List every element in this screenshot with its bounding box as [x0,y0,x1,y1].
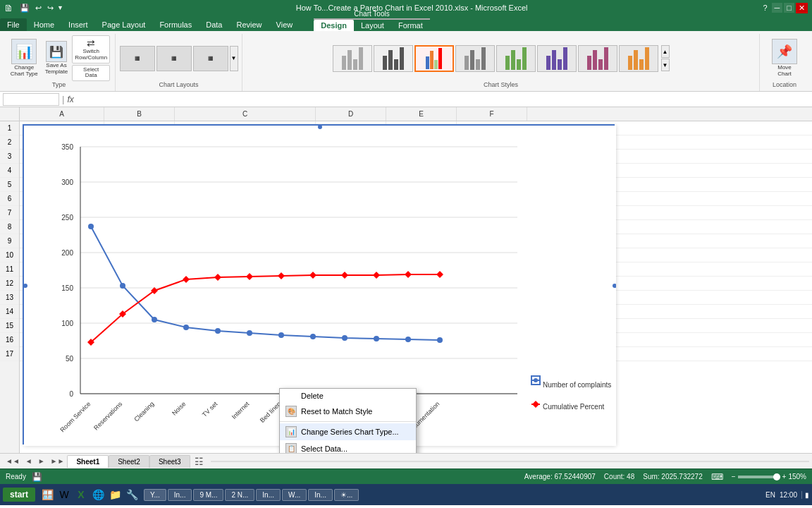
svg-point-38 [310,334,316,339]
tab-formulas[interactable]: Formulas [152,18,199,31]
sheet-tab-sheet2[interactable]: Sheet2 [109,455,149,468]
ribbon-group-chart-styles: ▲ ▼ Chart Styles [242,34,760,91]
taskbar-icon-word[interactable]: W [56,487,72,502]
svg-point-40 [374,336,379,341]
svg-text:0: 0 [69,390,73,398]
taskbar-app-in[interactable]: In... [168,489,192,501]
taskbar-icon-folder[interactable]: 📁 [107,487,123,502]
save-as-template-button[interactable]: 💾 Save AsTemplate [42,40,70,77]
sheet-tab-add[interactable]: ☷ [190,456,208,467]
tab-layout[interactable]: Layout [354,20,391,31]
tab-insert[interactable]: Insert [61,18,95,31]
cm-select-data[interactable]: 📋 Select Data... [280,440,416,453]
svg-point-57 [534,378,538,382]
tab-review[interactable]: Review [229,18,269,31]
tab-home[interactable]: Home [27,18,61,31]
chart-style-1[interactable] [333,45,372,72]
layout-3[interactable]: ▦ [193,46,228,71]
taskbar-app-sun[interactable]: ☀... [334,489,359,501]
sheet-nav-left[interactable]: ◄◄ [3,457,23,465]
sheet-nav-next[interactable]: ► [35,457,48,465]
status-zoom-controls[interactable]: − + 150% [732,473,806,480]
sheet-tab-sheet3[interactable]: Sheet3 [149,455,190,468]
chart-style-3[interactable] [414,45,454,72]
taskbar-icon-ie[interactable]: 🌐 [90,487,106,502]
tab-format[interactable]: Format [391,20,430,31]
zoom-slider[interactable] [738,476,780,478]
sheet-tab-sheet1[interactable]: Sheet1 [67,455,109,468]
taskbar-icon-misc[interactable]: 🔧 [124,487,140,502]
cm-reset-style[interactable]: 🎨 Reset to Match Style [280,403,416,420]
taskbar-app-in3[interactable]: In... [308,489,333,501]
chart-style-6[interactable] [537,45,577,72]
layout-1[interactable]: ▦ [120,46,155,71]
cm-delete[interactable]: Delete [280,389,416,403]
layout-2[interactable]: ▦ [156,46,192,71]
taskbar-app-9m[interactable]: 9 M... [193,489,223,501]
row-14: 14 [0,305,19,319]
svg-point-31 [88,224,94,229]
name-box[interactable]: Chart 4 [3,93,59,106]
minimize-icon[interactable]: ─ [772,3,783,13]
col-header-e: E [386,107,457,121]
taskbar-active-app[interactable]: Y... [144,489,166,501]
svg-text:150: 150 [61,284,73,292]
taskbar-en-label: EN [765,491,775,499]
start-button[interactable]: start [3,488,35,502]
taskbar-icon-excel[interactable]: X [73,487,89,502]
cm-change-series-type[interactable]: 📊 Change Series Chart Type... [280,423,416,440]
tab-page-layout[interactable]: Page Layout [95,18,153,31]
status-average: Average: 67.52440907 [524,473,596,480]
svg-text:250: 250 [61,214,73,222]
row-16: 16 [0,333,19,347]
switch-row-column-button[interactable]: ⇄ SwitchRow/Column [72,35,110,64]
quick-access-dropdown[interactable]: ▼ [57,4,63,11]
tab-design[interactable]: Design [314,20,354,31]
taskbar-app-2n[interactable]: 2 N... [225,489,254,501]
ribbon-group-chart-layouts-label: Chart Layouts [159,81,198,90]
row-13: 13 [0,291,19,305]
maximize-icon[interactable]: □ [784,3,794,13]
sheet-nav-prev[interactable]: ◄ [23,457,35,465]
zoom-in-icon[interactable]: + [782,473,787,480]
svg-point-42 [437,337,443,343]
chart-styles-scroll[interactable]: ▲ ▼ [661,45,670,71]
svg-text:50: 50 [66,355,74,363]
formula-input[interactable]: =SERIES(Sheet1!$D$1,Sheet1!$A$2:$A$16,Sh… [77,95,809,104]
help-icon[interactable]: ? [760,3,770,13]
quick-save-icon[interactable]: 💾 [18,3,32,13]
svg-point-32 [120,283,125,289]
sheet-nav-right[interactable]: ►► [48,457,68,465]
col-header-d: D [316,107,386,121]
taskbar-icon-windows[interactable]: 🪟 [39,487,55,502]
select-data-button[interactable]: SelectData [72,65,110,82]
row-1: 1 [0,121,19,135]
taskbar-app-in2[interactable]: In... [256,489,281,501]
change-chart-type-button[interactable]: 📊 ChangeChart Type [8,37,41,79]
svg-point-33 [152,317,157,322]
move-chart-button[interactable]: 📌 MoveChart [769,35,800,81]
taskbar-app-w[interactable]: W... [282,489,307,501]
taskbar-show-desktop[interactable]: ▮ [801,491,809,499]
tab-file[interactable]: File [0,18,27,31]
chart-style-2[interactable] [374,45,413,72]
layout-scroll-down[interactable]: ▼ [230,46,238,71]
tab-view[interactable]: View [269,18,300,31]
quick-undo-icon[interactable]: ↩ [33,3,44,13]
ribbon-group-chart-layouts: ▦ ▦ ▦ ▼ Chart Layouts [116,34,242,91]
chart-style-7[interactable] [578,45,617,72]
chart-style-4[interactable] [455,45,495,72]
zoom-out-icon[interactable]: − [732,473,736,480]
svg-point-39 [342,335,347,341]
quick-redo-icon[interactable]: ↪ [45,3,56,13]
svg-point-34 [183,325,189,330]
row-12: 12 [0,277,19,291]
chart-style-8[interactable] [619,45,658,72]
chart-style-5[interactable] [496,45,536,72]
ribbon-group-move-chart: 📌 MoveChart Location [760,34,809,91]
row-2: 2 [0,135,19,150]
close-icon[interactable]: ✕ [796,3,808,13]
tab-data[interactable]: Data [199,18,229,31]
context-menu: Delete 🎨 Reset to Match Style 📊 Change S… [279,388,417,453]
cm-select-icon: 📋 [285,443,297,453]
